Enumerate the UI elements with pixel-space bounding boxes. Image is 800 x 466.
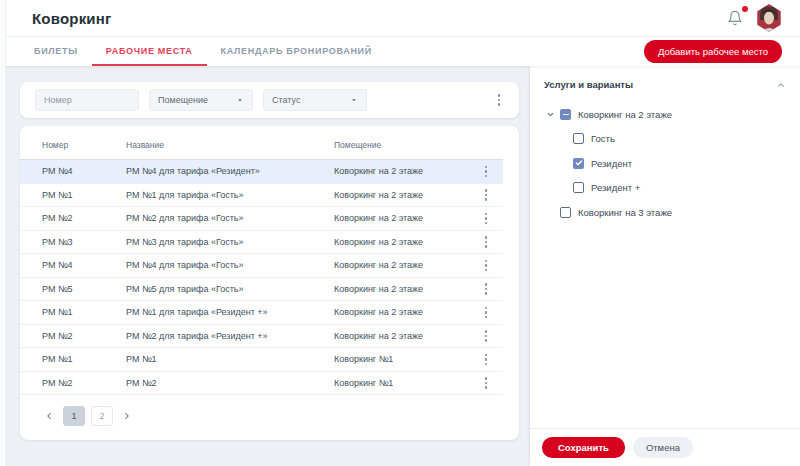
panel-footer: Сохранить Отмена — [530, 428, 800, 466]
add-workplace-button[interactable]: Добавить рабочее место — [644, 40, 782, 63]
number-filter-input[interactable] — [35, 89, 139, 111]
row-menu-icon[interactable] — [478, 163, 494, 179]
tab-bar: БИЛЕТЫРАБОЧИЕ МЕСТАКАЛЕНДАРЬ БРОНИРОВАНИ… — [0, 37, 800, 66]
cell-room: Коворкинг на 2 этаже — [334, 284, 469, 294]
page-title: Коворкинг — [32, 10, 112, 27]
row-menu-icon[interactable] — [478, 304, 494, 320]
cell-number: РМ №4 — [42, 166, 126, 176]
cell-room: Коворкинг на 2 этаже — [334, 190, 469, 200]
room-filter-label: Помещение — [158, 95, 208, 105]
column-header-number: Номер — [42, 140, 126, 150]
cell-name: РМ №4 для тарифа «Резидент» — [126, 166, 334, 176]
cell-number: РМ №4 — [42, 260, 126, 270]
tab-booking-calendar[interactable]: КАЛЕНДАРЬ БРОНИРОВАНИЙ — [207, 37, 386, 66]
tree-item-guest[interactable]: Гость — [546, 127, 786, 152]
tree-item-label: Коворкинг на 3 этаже — [578, 207, 672, 218]
bell-icon — [727, 10, 743, 26]
collapse-panel-button[interactable] — [776, 80, 786, 90]
cell-name: РМ №3 для тарифа «Гость» — [126, 237, 334, 247]
status-filter-label: Статус — [272, 95, 300, 105]
tree-item-resident-plus[interactable]: Резидент + — [546, 176, 786, 201]
room-filter-select[interactable]: Помещение — [149, 89, 253, 111]
table-row[interactable]: РМ №1РМ №1 для тарифа «Гость»Коворкинг н… — [20, 184, 503, 208]
cell-room: Коворкинг на 2 этаже — [334, 331, 469, 341]
panel-title: Услуги и варианты — [544, 79, 633, 90]
status-filter-select[interactable]: Статус — [263, 89, 367, 111]
checkbox-coworking-3-floor[interactable] — [560, 207, 571, 218]
page-button-2[interactable]: 2 — [91, 406, 113, 426]
cell-room: Коворкинг №1 — [334, 378, 469, 388]
avatar[interactable] — [756, 4, 782, 32]
app-header: Коворкинг — [0, 0, 800, 37]
save-button[interactable]: Сохранить — [542, 437, 625, 458]
next-page-button[interactable] — [120, 406, 134, 426]
table-header: НомерНазваниеПомещение — [20, 126, 503, 160]
tree-item-resident[interactable]: Резидент — [546, 151, 786, 176]
cancel-button[interactable]: Отмена — [633, 437, 693, 458]
page-button-1[interactable]: 1 — [63, 406, 85, 426]
checkbox-resident[interactable] — [573, 158, 584, 169]
filter-bar: Помещение Статус — [20, 82, 519, 118]
indeterminate-mark — [563, 114, 569, 116]
cell-name: РМ №5 для тарифа «Гость» — [126, 284, 334, 294]
table-row[interactable]: РМ №1РМ №1Коворкинг №1 — [20, 348, 503, 372]
notifications-button[interactable] — [726, 9, 744, 27]
row-menu-icon[interactable] — [478, 257, 494, 273]
tree-item-coworking-3-floor[interactable]: Коворкинг на 3 этаже — [546, 200, 786, 225]
cell-room: Коворкинг на 2 этаже — [334, 213, 469, 223]
row-menu-icon[interactable] — [478, 375, 494, 391]
cell-name: РМ №1 для тарифа «Гость» — [126, 190, 334, 200]
tab-tickets[interactable]: БИЛЕТЫ — [20, 37, 92, 66]
table-row[interactable]: РМ №2РМ №2 для тарифа «Гость»Коворкинг н… — [20, 207, 503, 231]
table-row[interactable]: РМ №4РМ №4 для тарифа «Резидент»Коворкин… — [20, 160, 503, 184]
services-tree: Коворкинг на 2 этажеГостьРезидентРезиден… — [530, 99, 800, 428]
table-row[interactable]: РМ №2РМ №2Коворкинг №1 — [20, 372, 503, 396]
table-row[interactable]: РМ №3РМ №3 для тарифа «Гость»Коворкинг н… — [20, 231, 503, 255]
prev-page-button[interactable] — [42, 406, 56, 426]
cell-name: РМ №1 — [126, 354, 334, 364]
cell-room: Коворкинг на 2 этаже — [334, 166, 469, 176]
cell-room: Коворкинг на 2 этаже — [334, 237, 469, 247]
row-menu-icon[interactable] — [478, 234, 494, 250]
row-menu-icon[interactable] — [478, 328, 494, 344]
checkbox-coworking-2-floor[interactable] — [560, 109, 571, 120]
cell-number: РМ №1 — [42, 307, 126, 317]
cell-name: РМ №2 для тарифа «Резидент +» — [126, 331, 334, 341]
workplaces-section: Помещение Статус НомерНазваниеПомещение … — [0, 66, 530, 466]
filter-menu-icon[interactable] — [491, 92, 507, 108]
tree-expand-icon[interactable] — [546, 110, 560, 119]
content: Помещение Статус НомерНазваниеПомещение … — [0, 66, 800, 466]
row-menu-icon[interactable] — [478, 187, 494, 203]
cell-number: РМ №1 — [42, 190, 126, 200]
table-row[interactable]: РМ №4РМ №4 для тарифа «Гость»Коворкинг н… — [20, 254, 503, 278]
workplaces-table: НомерНазваниеПомещение РМ №4РМ №4 для та… — [20, 126, 519, 440]
tab-workplaces[interactable]: РАБОЧИЕ МЕСТА — [92, 37, 207, 66]
services-panel: Услуги и варианты Коворкинг на 2 этажеГо… — [530, 66, 800, 466]
row-menu-icon[interactable] — [478, 281, 494, 297]
tree-item-coworking-2-floor[interactable]: Коворкинг на 2 этаже — [546, 102, 786, 127]
table-row[interactable]: РМ №5РМ №5 для тарифа «Гость»Коворкинг н… — [20, 278, 503, 302]
checkbox-resident-plus[interactable] — [573, 182, 584, 193]
column-header-name: Название — [126, 140, 334, 150]
tree-item-label: Резидент — [591, 158, 632, 169]
panel-header: Услуги и варианты — [530, 66, 800, 99]
cell-number: РМ №1 — [42, 354, 126, 364]
cell-number: РМ №5 — [42, 284, 126, 294]
chevron-down-icon — [236, 96, 244, 104]
cell-room: Коворкинг на 2 этаже — [334, 307, 469, 317]
row-menu-icon[interactable] — [478, 351, 494, 367]
page-buttons: 12 — [63, 406, 113, 426]
cell-number: РМ №2 — [42, 331, 126, 341]
table-row[interactable]: РМ №2РМ №2 для тарифа «Резидент +»Коворк… — [20, 325, 503, 349]
row-menu-icon[interactable] — [478, 210, 494, 226]
table-body: РМ №4РМ №4 для тарифа «Резидент»Коворкин… — [20, 160, 519, 395]
table-row[interactable]: РМ №1РМ №1 для тарифа «Резидент +»Коворк… — [20, 301, 503, 325]
checkbox-guest[interactable] — [573, 133, 584, 144]
cell-room: Коворкинг №1 — [334, 354, 469, 364]
column-header-room: Помещение — [334, 140, 469, 150]
cell-number: РМ №2 — [42, 213, 126, 223]
chevron-down-icon — [350, 96, 358, 104]
cell-name: РМ №2 — [126, 378, 334, 388]
cell-name: РМ №1 для тарифа «Резидент +» — [126, 307, 334, 317]
cell-number: РМ №3 — [42, 237, 126, 247]
